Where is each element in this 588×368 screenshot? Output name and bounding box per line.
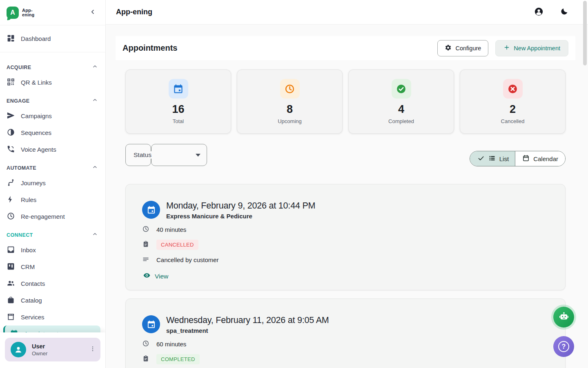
- clock-icon: [142, 225, 149, 234]
- appointment-titles: Wednesday, February 11, 2026 at 9:05 AM …: [166, 315, 329, 334]
- scrollbar-thumb[interactable]: [583, 1, 587, 65]
- stat-label: Total: [173, 118, 184, 124]
- duration-row: 40 minutes: [142, 225, 549, 234]
- section-header-automate[interactable]: AUTOMATE: [0, 158, 105, 175]
- account-button[interactable]: [532, 5, 546, 20]
- divider: [0, 52, 105, 52]
- status-badge: CANCELLED: [156, 240, 198, 250]
- sidebar-collapse-button[interactable]: [87, 7, 98, 18]
- view-toggle: List Calendar: [470, 151, 566, 166]
- kebab-menu-icon[interactable]: [89, 345, 96, 354]
- duration-row: 60 minutes: [142, 340, 549, 348]
- list-icon: [488, 155, 496, 163]
- inbox-icon: [7, 245, 15, 255]
- calendar-view-button[interactable]: Calendar: [515, 151, 565, 166]
- note-text: Cancelled by customer: [156, 256, 219, 263]
- stat-value: 4: [398, 103, 404, 116]
- sidebar-item-qr-links[interactable]: QR & Links: [0, 74, 105, 91]
- stat-card-cancelled: 2 Cancelled: [460, 70, 566, 134]
- topbar-icons: [532, 5, 570, 20]
- status-row: COMPLETED: [142, 354, 549, 364]
- half-circle-icon: [7, 128, 15, 138]
- new-appointment-button[interactable]: New Appointment: [495, 40, 568, 56]
- calendar-circle-icon: [142, 201, 160, 219]
- storefront-icon: [7, 312, 15, 322]
- appointment-card: Monday, February 9, 2026 at 10:44 PM Exp…: [125, 184, 566, 290]
- stat-label: Cancelled: [501, 118, 525, 124]
- note-row: Cancelled by customer: [142, 256, 549, 264]
- appointment-header: Monday, February 9, 2026 at 10:44 PM Exp…: [142, 201, 549, 220]
- inset-area: 16 Total 8 Upcoming 4: [116, 70, 575, 368]
- kanban-icon: [7, 262, 15, 272]
- route-icon: [7, 178, 15, 188]
- calendar-icon: [169, 79, 188, 99]
- status-filter-select[interactable]: Status: [125, 144, 207, 166]
- calendar-circle-icon: [142, 315, 160, 333]
- chevron-up-icon: [92, 97, 98, 105]
- appointment-service: Express Manicure & Pedicure: [166, 213, 315, 220]
- appointment-titles: Monday, February 9, 2026 at 10:44 PM Exp…: [166, 201, 315, 220]
- sidebar-item-crm[interactable]: CRM: [0, 258, 105, 275]
- brand-name: App- ening: [22, 8, 34, 17]
- sidebar-item-catalog[interactable]: Catalog: [0, 292, 105, 309]
- page-content: Appointments Configure New Appointment: [106, 25, 588, 368]
- list-view-button[interactable]: List: [470, 151, 515, 166]
- sidebar-item-contacts[interactable]: Contacts: [0, 275, 105, 292]
- appointment-datetime: Monday, February 9, 2026 at 10:44 PM: [166, 201, 315, 211]
- cancel-icon: [503, 79, 523, 99]
- chevron-left-icon: [89, 8, 96, 17]
- check-circle-icon: [392, 79, 411, 99]
- duration-text: 60 minutes: [156, 341, 186, 348]
- main-area: App-ening Appointments Configure: [106, 0, 588, 368]
- user-role: Owner: [32, 350, 83, 357]
- dark-mode-button[interactable]: [558, 6, 570, 19]
- sidebar-item-dashboard[interactable]: Dashboard: [0, 30, 105, 47]
- brand-logo: A App- ening: [7, 7, 34, 19]
- sidebar-item-sequences[interactable]: Sequences: [0, 124, 105, 141]
- stat-label: Completed: [388, 118, 414, 124]
- section-header-connect[interactable]: CONNECT: [0, 225, 105, 242]
- appointment-service: spa_treatment: [166, 327, 329, 334]
- sidebar-item-campaigns[interactable]: Campaigns: [0, 108, 105, 124]
- section-header-engage[interactable]: ENGAGE: [0, 91, 105, 108]
- help-fab[interactable]: ?: [553, 336, 574, 357]
- shopping-bag-icon: [7, 296, 15, 305]
- clock-icon: [7, 212, 15, 222]
- badge-icon: [142, 355, 149, 364]
- stat-card-upcoming: 8 Upcoming: [237, 70, 343, 134]
- sidebar-item-services[interactable]: Services: [0, 309, 105, 325]
- user-card[interactable]: User Owner: [5, 338, 100, 361]
- person-circle-icon: [534, 7, 544, 18]
- filter-row: Status List Calendar: [125, 144, 566, 167]
- status-label: Status: [131, 151, 154, 159]
- sidebar-item-rules[interactable]: Rules: [0, 191, 105, 208]
- people-icon: [7, 279, 15, 289]
- badge-icon: [142, 240, 149, 249]
- chevron-up-icon: [92, 164, 98, 172]
- page-title-bar: Appointments Configure New Appointment: [116, 36, 575, 60]
- stats-row: 16 Total 8 Upcoming 4: [125, 70, 566, 134]
- stat-card-completed: 4 Completed: [348, 70, 454, 134]
- topbar: App-ening: [106, 0, 588, 25]
- sidebar-item-re-engagement[interactable]: Re-engagement: [0, 208, 105, 225]
- stat-label: Upcoming: [278, 118, 302, 124]
- avatar: [11, 342, 26, 357]
- phone-icon: [7, 145, 15, 155]
- qr-code-icon: [7, 78, 15, 88]
- chatbot-fab[interactable]: [553, 307, 574, 328]
- eye-icon: [143, 272, 151, 281]
- sidebar-item-voice-agents[interactable]: Voice Agents: [0, 141, 105, 158]
- page-title: Appointments: [122, 43, 177, 53]
- sidebar: A App- ening Dashboard ACQUIRE: [0, 0, 106, 368]
- sidebar-item-journeys[interactable]: Journeys: [0, 175, 105, 191]
- configure-button[interactable]: Configure: [437, 40, 488, 56]
- send-icon: [7, 111, 15, 121]
- gear-icon: [445, 44, 452, 52]
- title-actions: Configure New Appointment: [437, 40, 568, 56]
- section-header-acquire[interactable]: ACQUIRE: [0, 57, 105, 74]
- view-link[interactable]: View: [143, 272, 549, 281]
- bolt-icon: [7, 195, 15, 205]
- sidebar-item-inbox[interactable]: Inbox: [0, 242, 105, 258]
- appointment-card: Wednesday, February 11, 2026 at 9:05 AM …: [125, 298, 566, 368]
- robot-icon: [558, 311, 570, 323]
